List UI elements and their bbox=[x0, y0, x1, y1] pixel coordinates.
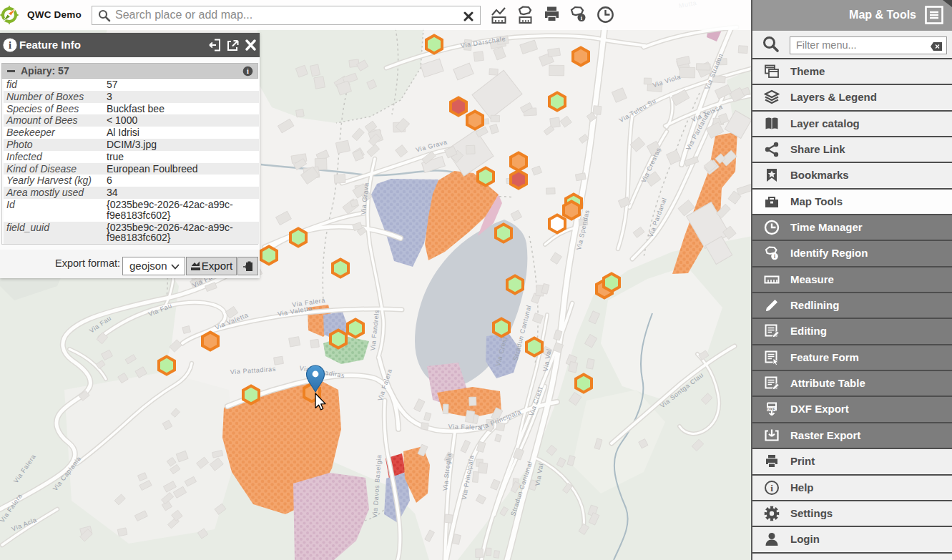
svg-text:DXF: DXF bbox=[767, 407, 775, 411]
svg-text:i: i bbox=[774, 254, 775, 260]
svg-text:i: i bbox=[247, 67, 249, 75]
svg-text:i: i bbox=[770, 483, 773, 493]
svg-text:Via Falera: Via Falera bbox=[448, 423, 482, 431]
svg-text:i: i bbox=[9, 39, 11, 51]
